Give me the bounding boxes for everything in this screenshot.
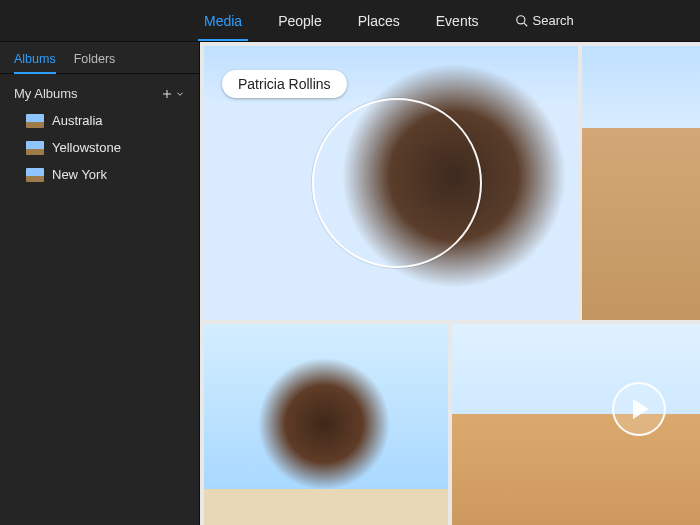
- play-icon: [633, 399, 649, 419]
- albums-header: My Albums: [14, 86, 78, 101]
- tab-people[interactable]: People: [260, 0, 340, 41]
- search-button[interactable]: Search: [497, 13, 592, 28]
- face-tag-pill[interactable]: Patricia Rollins: [222, 70, 347, 98]
- tab-places[interactable]: Places: [340, 0, 418, 41]
- media-grid: Patricia Rollins: [200, 42, 700, 525]
- photo-tile-2[interactable]: [582, 46, 700, 320]
- album-thumb-icon: [26, 141, 44, 155]
- play-button[interactable]: [612, 382, 666, 436]
- sidebar-tab-albums[interactable]: Albums: [14, 52, 56, 73]
- sidebar-tabs: Albums Folders: [0, 42, 199, 74]
- album-label: Yellowstone: [52, 140, 121, 155]
- album-item[interactable]: New York: [0, 161, 199, 188]
- album-thumb-icon: [26, 114, 44, 128]
- chevron-down-icon: [175, 89, 185, 99]
- photo-tile-3[interactable]: [204, 324, 448, 525]
- tab-media[interactable]: Media: [186, 0, 260, 41]
- album-label: Australia: [52, 113, 103, 128]
- album-thumb-icon: [26, 168, 44, 182]
- sidebar-tab-folders[interactable]: Folders: [74, 52, 116, 73]
- album-list: Australia Yellowstone New York: [0, 105, 199, 190]
- svg-line-1: [524, 23, 527, 26]
- album-label: New York: [52, 167, 107, 182]
- photo-tile-1[interactable]: Patricia Rollins: [204, 46, 578, 320]
- album-item[interactable]: Yellowstone: [0, 134, 199, 161]
- album-item[interactable]: Australia: [0, 107, 199, 134]
- top-nav: Media People Places Events Search: [0, 0, 700, 42]
- search-label: Search: [533, 13, 574, 28]
- video-tile-4[interactable]: [452, 324, 700, 525]
- add-album-button[interactable]: [161, 88, 185, 100]
- svg-point-0: [516, 15, 524, 23]
- sidebar: Albums Folders My Albums Australia Yello…: [0, 42, 200, 525]
- face-detection-circle[interactable]: [312, 98, 482, 268]
- tab-events[interactable]: Events: [418, 0, 497, 41]
- plus-icon: [161, 88, 173, 100]
- search-icon: [515, 14, 529, 28]
